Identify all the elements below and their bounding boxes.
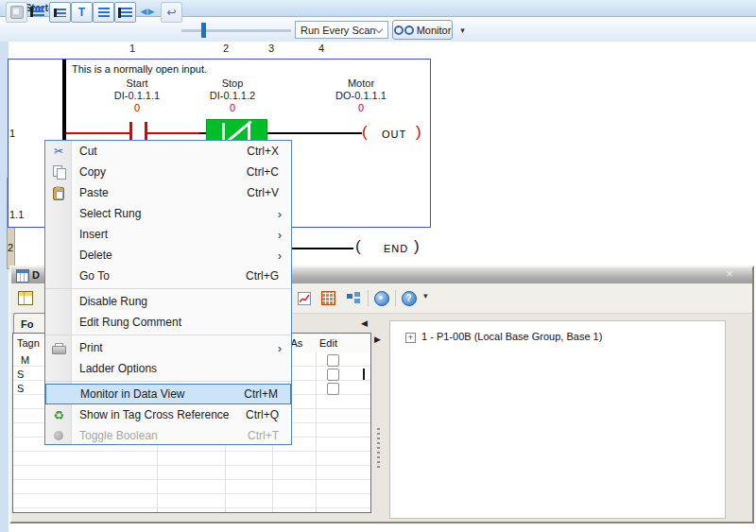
menu-item-edit-rung-comment[interactable]: Edit Rung Comment: [45, 312, 291, 333]
menu-item-select-rung[interactable]: Select Rung ›: [45, 203, 291, 224]
edit-tags-button[interactable]: [14, 287, 36, 309]
tree-item-base[interactable]: 1 - P1-00B (Local Base Group, Base 1): [421, 331, 602, 342]
wire-segment: [147, 132, 199, 134]
run-mode-dropdown[interactable]: Run Every Scan: [295, 21, 388, 39]
grid-row-tag[interactable]: M: [21, 354, 29, 366]
data-view-icon: [16, 269, 29, 283]
out-coil-label[interactable]: OUT: [382, 129, 406, 140]
tag-table-icon: [18, 291, 33, 305]
ladder-view-button[interactable]: [27, 2, 47, 21]
tree-expand-icon[interactable]: +: [405, 333, 416, 343]
out-coil-open: (: [362, 123, 368, 142]
menu-item-go-to[interactable]: Go To Ctrl+G: [45, 266, 291, 286]
wire-segment: [199, 132, 206, 134]
submenu-arrow-icon: ›: [278, 228, 291, 242]
io-tree-panel[interactable]: [389, 320, 726, 519]
menu-item-cut[interactable]: ✂ Cut Ctrl+X: [45, 141, 291, 162]
glasses-icon: [394, 26, 414, 35]
menu-item-paste[interactable]: Paste Ctrl+V: [45, 182, 291, 203]
edit-checkbox[interactable]: [327, 383, 339, 395]
edit-checkbox[interactable]: [327, 369, 339, 381]
monitor-button[interactable]: Monitor: [392, 20, 453, 40]
menu-item-monitor-in-data-view[interactable]: Monitor in Data View Ctrl+M: [45, 384, 291, 404]
grid-row-tag[interactable]: S: [17, 369, 24, 380]
menu-item-toggle-boolean: Toggle Boolean Ctrl+T: [45, 425, 291, 446]
end-coil-label[interactable]: END: [384, 243, 408, 254]
window-style-button[interactable]: [6, 2, 27, 23]
menu-label: Select Rung: [72, 207, 278, 220]
paste-icon: [45, 186, 72, 199]
left-right-arrows-icon: ◀▶: [141, 7, 156, 16]
monitor-dropdown-caret[interactable]: ▾: [455, 20, 470, 40]
close-button[interactable]: ×: [722, 267, 737, 282]
menu-item-show-in-tag-cross-reference[interactable]: ♻ Show in Tag Cross Reference Ctrl+Q: [45, 404, 291, 425]
wrap-output-button[interactable]: ↩: [161, 2, 182, 23]
ruler-mark-4: 4: [318, 43, 324, 54]
toolbar-more-caret[interactable]: ▾: [423, 291, 428, 300]
comment-view-button[interactable]: [93, 2, 114, 23]
io-layout-button[interactable]: [342, 287, 364, 309]
column-width-button[interactable]: ◀▶: [138, 2, 158, 21]
power-rail: [62, 60, 66, 140]
tagname: Stop: [185, 77, 280, 90]
menu-label: Disable Rung: [72, 295, 291, 308]
copy-icon: [45, 165, 72, 179]
toolbar-separator: [368, 290, 369, 306]
menu-label: Ladder Options: [72, 362, 291, 375]
edit-checkbox[interactable]: [327, 354, 339, 367]
menu-item-disable-rung[interactable]: Disable Rung: [45, 291, 291, 312]
menu-item-copy[interactable]: Copy Ctrl+C: [45, 162, 291, 182]
wire-segment: [267, 132, 362, 134]
menu-label: Insert: [72, 228, 278, 241]
gray-box-icon: [10, 6, 24, 19]
stop-contact-labels: Stop DI-0.1.1.2 0: [185, 77, 280, 114]
application-window: Start-Stop Motor T ◀▶ ↩ Run Every Scan M…: [0, 0, 756, 532]
address: DI-0.1.1.2: [185, 90, 280, 102]
grid-row-tag[interactable]: S: [17, 383, 24, 394]
menu-label: Print: [72, 341, 278, 354]
menu-label: Copy: [72, 165, 247, 179]
zoom-slider-thumb[interactable]: [201, 23, 206, 38]
data-view-tab[interactable]: Fo: [13, 313, 46, 333]
out-coil-close: ): [416, 123, 421, 142]
ladder-view-2-button[interactable]: [114, 2, 136, 23]
submenu-arrow-icon: ›: [278, 207, 291, 221]
options-button[interactable]: [370, 287, 392, 309]
start-contact-labels: Start DI-0.1.1.1 0: [90, 77, 184, 114]
ladder-icon: [30, 7, 44, 17]
wire-segment: [66, 132, 129, 134]
menu-item-insert[interactable]: Insert ›: [45, 224, 291, 245]
end-coil-close: ): [414, 237, 420, 256]
text-view-button[interactable]: T: [71, 2, 93, 23]
menu-label: Monitor in Data View: [73, 387, 244, 401]
trend-view-button[interactable]: [293, 287, 315, 309]
gear-icon: [374, 291, 389, 306]
submenu-arrow-icon: ›: [278, 341, 291, 355]
motor-coil-labels: Motor DO-0.1.1.1 0: [314, 77, 408, 114]
menu-item-ladder-options[interactable]: Ladder Options: [45, 358, 291, 379]
monitor-button-label: Monitor: [417, 25, 452, 36]
splitter-collapse-left[interactable]: ◀: [361, 318, 368, 328]
column-divider: [316, 352, 317, 512]
cross-reference-icon: ♻: [45, 408, 72, 422]
menu-shortcut: Ctrl+X: [247, 145, 291, 158]
ladder-icon-2: [118, 8, 132, 18]
data-grid-button[interactable]: [318, 287, 339, 309]
live-value: 0: [185, 102, 280, 114]
menu-label: Delete: [72, 249, 278, 262]
menu-shortcut: Ctrl+G: [246, 269, 291, 283]
menu-item-print[interactable]: Print ›: [45, 337, 291, 358]
ruler-mark-3: 3: [268, 43, 274, 54]
help-button[interactable]: ?: [398, 287, 420, 309]
tab-label: Fo: [21, 318, 33, 330]
menu-item-delete[interactable]: Delete ›: [45, 245, 291, 266]
toolbar-separator: [395, 290, 396, 306]
split-view-button[interactable]: [49, 2, 71, 23]
splitter-collapse-right[interactable]: ▶: [374, 335, 381, 344]
col-edit: Edit: [319, 337, 337, 349]
rung2-number: 2: [8, 242, 13, 253]
menu-label: Paste: [72, 186, 247, 199]
zoom-slider[interactable]: [181, 29, 291, 32]
splitter-handle[interactable]: [377, 428, 380, 468]
ladder-small-icon: [54, 9, 66, 17]
